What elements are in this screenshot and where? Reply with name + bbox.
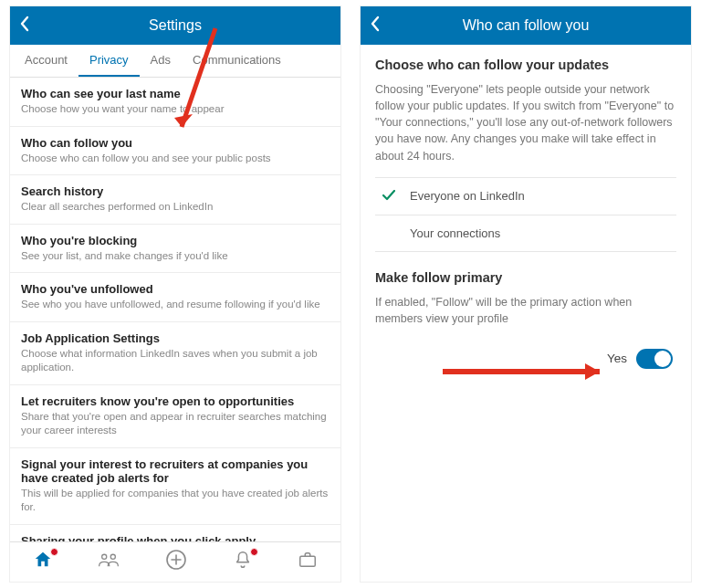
item-title: Who can see your last name bbox=[21, 87, 330, 100]
page-title: Who can follow you bbox=[463, 17, 590, 34]
item-subtitle: See your list, and make changes if you'd… bbox=[21, 249, 330, 264]
section-heading: Make follow primary bbox=[375, 270, 676, 285]
item-title: Who you've unfollowed bbox=[21, 282, 330, 296]
settings-item[interactable]: Job Application Settings Choose what inf… bbox=[10, 322, 340, 385]
svg-rect-3 bbox=[300, 556, 316, 566]
follow-updates-section: Choose who can follow your updates Choos… bbox=[361, 45, 691, 265]
nav-notifications-icon[interactable] bbox=[233, 550, 253, 574]
item-subtitle: Choose who can follow you and see your p… bbox=[21, 152, 330, 166]
toggle-label: Yes bbox=[607, 352, 627, 365]
back-icon[interactable] bbox=[370, 16, 381, 37]
svg-point-0 bbox=[102, 554, 107, 559]
svg-point-1 bbox=[111, 554, 116, 559]
item-title: Signal your interest to recruiters at co… bbox=[21, 457, 330, 485]
item-subtitle: Choose what information LinkedIn saves w… bbox=[21, 347, 330, 375]
tab-bar: Account Privacy Ads Communications bbox=[10, 45, 340, 78]
item-title: Job Application Settings bbox=[21, 331, 330, 345]
item-subtitle: This will be applied for companies that … bbox=[21, 487, 330, 515]
settings-screen: Settings Account Privacy Ads Communicati… bbox=[9, 5, 341, 583]
nav-network-icon[interactable] bbox=[98, 550, 120, 574]
item-subtitle: Clear all searches performed on LinkedIn bbox=[21, 200, 330, 215]
header-bar: Settings bbox=[10, 6, 340, 45]
section-heading: Choose who can follow your updates bbox=[375, 58, 676, 72]
follow-primary-section: Make follow primary If enabled, "Follow"… bbox=[361, 265, 691, 391]
item-title: Let recruiters know you're open to oppor… bbox=[21, 394, 330, 408]
follow-settings-screen: Who can follow you Choose who can follow… bbox=[360, 5, 692, 583]
settings-item[interactable]: Who can see your last name Choose how yo… bbox=[10, 78, 340, 127]
item-subtitle: Choose how you want your name to appear bbox=[21, 102, 330, 117]
follow-primary-toggle[interactable] bbox=[636, 349, 673, 369]
back-icon[interactable] bbox=[19, 16, 30, 37]
item-title: Sharing your profile when you click appl… bbox=[21, 534, 330, 541]
badge-dot-icon bbox=[50, 548, 58, 556]
follow-options-list: Everyone on LinkedIn Your connections bbox=[375, 177, 676, 252]
settings-list: Who can see your last name Choose how yo… bbox=[10, 78, 340, 541]
toggle-row: Yes bbox=[375, 340, 676, 378]
item-title: Who you're blocking bbox=[21, 234, 330, 247]
checkmark-icon bbox=[382, 189, 401, 204]
settings-item[interactable]: Sharing your profile when you click appl… bbox=[10, 525, 340, 541]
item-subtitle: See who you have unfollowed, and resume … bbox=[21, 298, 330, 312]
settings-item[interactable]: Who you've unfollowed See who you have u… bbox=[10, 273, 340, 322]
item-subtitle: Share that you're open and appear in rec… bbox=[21, 410, 330, 438]
tab-account[interactable]: Account bbox=[14, 45, 78, 77]
settings-item[interactable]: Who you're blocking See your list, and m… bbox=[10, 225, 340, 274]
section-description: If enabled, "Follow" will be the primary… bbox=[375, 294, 676, 327]
nav-home-icon[interactable] bbox=[33, 550, 53, 574]
settings-item[interactable]: Let recruiters know you're open to oppor… bbox=[10, 385, 340, 448]
tab-communications[interactable]: Communications bbox=[182, 45, 292, 77]
item-title: Who can follow you bbox=[21, 136, 330, 150]
badge-dot-icon bbox=[250, 548, 258, 556]
section-description: Choosing "Everyone" lets people outside … bbox=[375, 81, 676, 164]
option-everyone[interactable]: Everyone on LinkedIn bbox=[375, 178, 676, 215]
option-label: Your connections bbox=[410, 226, 500, 240]
option-connections[interactable]: Your connections bbox=[375, 215, 676, 252]
settings-item[interactable]: Search history Clear all searches perfor… bbox=[10, 175, 340, 225]
settings-item[interactable]: Signal your interest to recruiters at co… bbox=[10, 448, 340, 525]
header-bar: Who can follow you bbox=[361, 6, 691, 45]
toggle-knob-icon bbox=[654, 351, 671, 367]
page-title: Settings bbox=[149, 17, 202, 34]
nav-jobs-icon[interactable] bbox=[298, 550, 318, 574]
tab-privacy[interactable]: Privacy bbox=[78, 45, 140, 77]
tab-ads[interactable]: Ads bbox=[140, 45, 182, 77]
nav-post-icon[interactable] bbox=[165, 549, 187, 575]
item-title: Search history bbox=[21, 184, 330, 198]
settings-item[interactable]: Who can follow you Choose who can follow… bbox=[10, 127, 340, 176]
bottom-nav bbox=[10, 541, 340, 582]
option-label: Everyone on LinkedIn bbox=[410, 189, 525, 203]
